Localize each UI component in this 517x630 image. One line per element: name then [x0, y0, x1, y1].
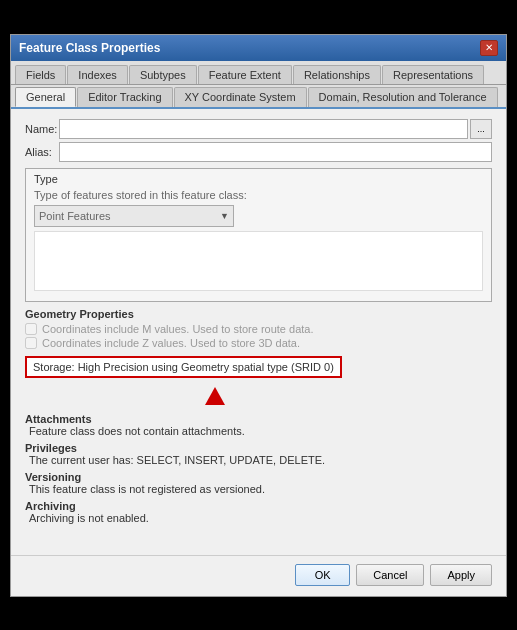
type-select-value: Point Features: [39, 210, 111, 222]
close-button[interactable]: ✕: [480, 40, 498, 56]
name-input[interactable]: [59, 119, 468, 139]
attachments-title: Attachments: [25, 413, 92, 425]
cancel-button[interactable]: Cancel: [356, 564, 424, 586]
tab-domain-resolution[interactable]: Domain, Resolution and Tolerance: [308, 87, 498, 107]
apply-button[interactable]: Apply: [430, 564, 492, 586]
geometry-section: Geometry Properties Coordinates include …: [25, 308, 492, 407]
privileges-text: The current user has: SELECT, INSERT, UP…: [25, 454, 325, 466]
storage-arrow-area: [25, 385, 492, 407]
geometry-title: Geometry Properties: [25, 308, 492, 320]
alias-input[interactable]: [59, 142, 492, 162]
name-label: Name:: [25, 123, 59, 135]
button-row: OK Cancel Apply: [11, 555, 506, 596]
name-row: Name: ...: [25, 119, 492, 139]
storage-label: Storage: High Precision using Geometry s…: [25, 356, 342, 378]
window-title: Feature Class Properties: [19, 41, 160, 55]
archiving-text: Archiving is not enabled.: [25, 512, 149, 524]
checkbox-z-row: Coordinates include Z values. Used to st…: [25, 337, 492, 349]
tab-fields[interactable]: Fields: [15, 65, 66, 84]
select-arrow-icon: ▼: [220, 211, 229, 221]
privileges-section: Privileges The current user has: SELECT,…: [25, 442, 492, 466]
type-desc: Type of features stored in this feature …: [34, 189, 483, 201]
ok-button[interactable]: OK: [295, 564, 350, 586]
checkbox-m[interactable]: [25, 323, 37, 335]
versioning-title: Versioning: [25, 471, 81, 483]
archiving-section: Archiving Archiving is not enabled.: [25, 500, 492, 524]
tab-row-2: General Editor Tracking XY Coordinate Sy…: [11, 85, 506, 109]
tab-xy-coordinate[interactable]: XY Coordinate System: [174, 87, 307, 107]
checkbox-m-row: Coordinates include M values. Used to st…: [25, 323, 492, 335]
content-area: Name: ... Alias: Type Type of features s…: [11, 109, 506, 555]
type-empty-area: [34, 231, 483, 291]
checkbox-m-label: Coordinates include M values. Used to st…: [42, 323, 313, 335]
tab-representations[interactable]: Representations: [382, 65, 484, 84]
attachments-text: Feature class does not contain attachmen…: [25, 425, 245, 437]
checkbox-z-label: Coordinates include Z values. Used to st…: [42, 337, 300, 349]
tab-general[interactable]: General: [15, 87, 76, 107]
tab-subtypes[interactable]: Subtypes: [129, 65, 197, 84]
tab-editor-tracking[interactable]: Editor Tracking: [77, 87, 172, 107]
checkbox-z[interactable]: [25, 337, 37, 349]
red-arrow-icon: [205, 387, 225, 405]
alias-label: Alias:: [25, 146, 59, 158]
tab-relationships[interactable]: Relationships: [293, 65, 381, 84]
dialog-window: Feature Class Properties ✕ Fields Indexe…: [10, 34, 507, 597]
type-select[interactable]: Point Features ▼: [34, 205, 234, 227]
tab-indexes[interactable]: Indexes: [67, 65, 128, 84]
privileges-title: Privileges: [25, 442, 77, 454]
versioning-section: Versioning This feature class is not reg…: [25, 471, 492, 495]
tab-row-1: Fields Indexes Subtypes Feature Extent R…: [11, 61, 506, 85]
archiving-title: Archiving: [25, 500, 76, 512]
versioning-text: This feature class is not registered as …: [25, 483, 265, 495]
type-group: Type Type of features stored in this fea…: [25, 168, 492, 302]
title-bar: Feature Class Properties ✕: [11, 35, 506, 61]
type-group-label: Type: [34, 173, 483, 185]
attachments-section: Attachments Feature class does not conta…: [25, 413, 492, 437]
tab-feature-extent[interactable]: Feature Extent: [198, 65, 292, 84]
alias-row: Alias:: [25, 142, 492, 162]
name-browse-button[interactable]: ...: [470, 119, 492, 139]
